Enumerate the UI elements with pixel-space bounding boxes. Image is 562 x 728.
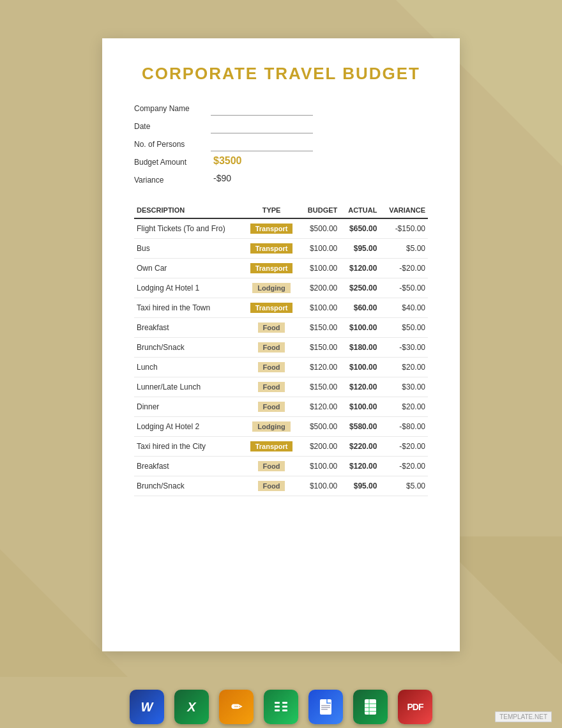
cell-description: Brunch/Snack	[134, 476, 243, 496]
table-row: Bus Transport $100.00 $95.00 $5.00	[134, 239, 428, 259]
cell-budget: $200.00	[300, 278, 340, 298]
col-actual: ACTUAL	[340, 202, 379, 218]
cell-description: Lunner/Late Lunch	[134, 377, 243, 397]
svg-rect-5	[282, 709, 287, 711]
gdocs-icon[interactable]	[308, 690, 343, 724]
cell-type: Transport	[243, 239, 299, 259]
cell-description: Taxi hired in the Town	[134, 298, 243, 318]
cell-type: Food	[243, 318, 299, 338]
cell-variance: -$20.00	[379, 437, 428, 457]
date-row: Date	[134, 119, 428, 133]
table-row: Dinner Food $120.00 $100.00 $20.00	[134, 397, 428, 417]
table-header-row: DESCRIPTION TYPE BUDGET ACTUAL VARIANCE	[134, 202, 428, 218]
word-icon[interactable]: W	[130, 690, 164, 724]
table-row: Lunch Food $120.00 $100.00 $20.00	[134, 358, 428, 377]
col-budget: BUDGET	[300, 202, 340, 218]
type-badge: Food	[258, 342, 285, 353]
cell-variance: -$150.00	[379, 218, 428, 239]
cell-variance: $30.00	[379, 377, 428, 397]
app-icons-row: W X ✏ PDF	[0, 690, 562, 724]
cell-variance: $20.00	[379, 397, 428, 417]
pages-icon[interactable]: ✏	[219, 690, 254, 724]
cell-variance: $5.00	[379, 476, 428, 496]
cell-actual: $100.00	[340, 358, 379, 377]
cell-type: Lodging	[243, 278, 299, 298]
cell-actual: $95.00	[340, 476, 379, 496]
cell-description: Lodging At Hotel 2	[134, 417, 243, 437]
type-badge: Transport	[250, 224, 293, 234]
document-title: CORPORATE TRAVEL BUDGET	[134, 64, 428, 84]
cell-variance: -$30.00	[379, 338, 428, 358]
persons-row: No. of Persons	[134, 137, 428, 151]
cell-type: Food	[243, 338, 299, 358]
cell-variance: -$20.00	[379, 259, 428, 278]
cell-type: Food	[243, 377, 299, 397]
type-badge: Food	[258, 461, 285, 471]
type-badge: Food	[258, 362, 285, 372]
svg-rect-2	[275, 709, 280, 711]
cell-budget: $500.00	[300, 417, 340, 437]
cell-budget: $100.00	[300, 239, 340, 259]
cell-variance: $40.00	[379, 298, 428, 318]
cell-budget: $120.00	[300, 397, 340, 417]
table-row: Lunner/Late Lunch Food $150.00 $120.00 $…	[134, 377, 428, 397]
gsheets-icon[interactable]	[353, 690, 388, 724]
cell-type: Lodging	[243, 417, 299, 437]
cell-description: Lodging At Hotel 1	[134, 278, 243, 298]
cell-type: Food	[243, 476, 299, 496]
table-row: Lodging At Hotel 2 Lodging $500.00 $580.…	[134, 417, 428, 437]
type-badge: Food	[258, 481, 285, 491]
cell-type: Food	[243, 457, 299, 476]
type-badge: Lodging	[252, 421, 290, 432]
cell-type: Transport	[243, 259, 299, 278]
cell-budget: $200.00	[300, 437, 340, 457]
watermark: TEMPLATE.NET	[495, 713, 552, 720]
col-variance: VARIANCE	[379, 202, 428, 218]
excel-icon[interactable]: X	[174, 690, 209, 724]
col-type: TYPE	[243, 202, 299, 218]
cell-variance: $20.00	[379, 358, 428, 377]
cell-actual: $120.00	[340, 457, 379, 476]
company-name-input[interactable]	[211, 102, 313, 116]
cell-description: Lunch	[134, 358, 243, 377]
cell-variance: -$80.00	[379, 417, 428, 437]
table-row: Taxi hired in the Town Transport $100.00…	[134, 298, 428, 318]
cell-budget: $150.00	[300, 338, 340, 358]
budget-value: $3500	[211, 155, 313, 169]
pdf-icon[interactable]: PDF	[398, 690, 432, 724]
cell-type: Food	[243, 358, 299, 377]
svg-rect-3	[282, 702, 287, 704]
svg-rect-7	[321, 705, 330, 706]
budget-table: DESCRIPTION TYPE BUDGET ACTUAL VARIANCE …	[134, 202, 428, 496]
variance-value: -$90	[211, 173, 313, 187]
cell-actual: $180.00	[340, 338, 379, 358]
svg-rect-1	[275, 706, 280, 708]
table-row: Flight Tickets (To and Fro) Transport $5…	[134, 218, 428, 239]
cell-variance: -$20.00	[379, 457, 428, 476]
svg-rect-10	[365, 699, 376, 715]
cell-budget: $100.00	[300, 259, 340, 278]
cell-type: Transport	[243, 298, 299, 318]
svg-rect-9	[321, 709, 328, 710]
date-input[interactable]	[211, 119, 313, 133]
table-row: Brunch/Snack Food $150.00 $180.00 -$30.0…	[134, 338, 428, 358]
type-badge: Transport	[250, 303, 293, 313]
persons-label: No. of Persons	[134, 140, 211, 149]
cell-variance: $50.00	[379, 318, 428, 338]
type-badge: Transport	[250, 243, 293, 254]
type-badge: Food	[258, 322, 285, 333]
type-badge: Transport	[250, 441, 293, 451]
cell-budget: $100.00	[300, 457, 340, 476]
cell-actual: $95.00	[340, 239, 379, 259]
date-label: Date	[134, 122, 211, 131]
cell-actual: $580.00	[340, 417, 379, 437]
numbers-icon[interactable]	[264, 690, 298, 724]
cell-actual: $250.00	[340, 278, 379, 298]
cell-description: Taxi hired in the City	[134, 437, 243, 457]
cell-description: Bus	[134, 239, 243, 259]
cell-actual: $60.00	[340, 298, 379, 318]
type-badge: Food	[258, 382, 285, 392]
persons-input[interactable]	[211, 137, 313, 151]
company-name-label: Company Name	[134, 104, 211, 113]
cell-type: Transport	[243, 437, 299, 457]
